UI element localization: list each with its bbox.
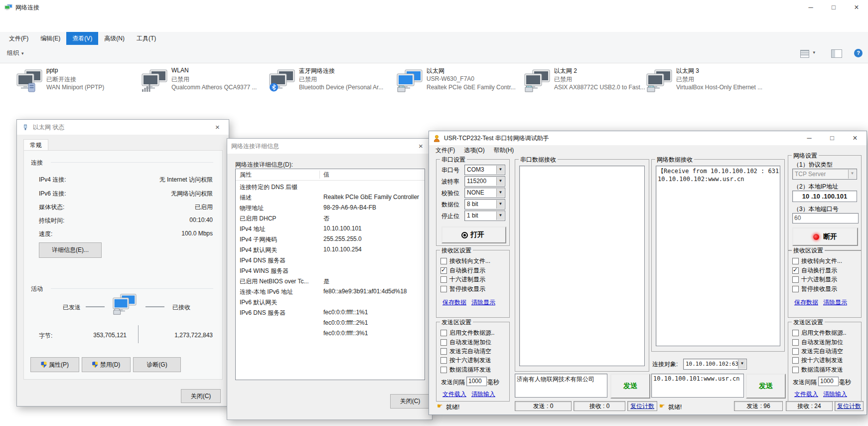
serial-reset-count-link[interactable]: 复位计数	[627, 401, 657, 411]
combo-arrow-icon[interactable]	[496, 212, 504, 220]
checkbox-hex-display[interactable]: 十六进制显示	[792, 276, 837, 283]
disconnect-button[interactable]: 断开	[792, 227, 858, 246]
change-view-button[interactable]	[800, 49, 815, 58]
clear-input-link[interactable]: 清除输入	[823, 390, 847, 399]
checkbox-recv-to-file[interactable]: 接收转向文件...	[440, 257, 490, 264]
checkbox-loop-send[interactable]: 数据流循环发送	[440, 366, 491, 373]
combo-arrow-icon[interactable]	[496, 200, 504, 209]
checkbox-hex-display[interactable]: 十六进制显示	[440, 276, 485, 283]
checkbox[interactable]	[792, 339, 799, 346]
disable-button[interactable]: 禁用(D)	[82, 357, 131, 372]
checkbox-send-hex[interactable]: 按十六进制发送	[440, 357, 491, 364]
checkbox[interactable]	[440, 357, 447, 364]
menu-options[interactable]: 选项(O)	[459, 145, 489, 156]
serial-port-select[interactable]: COM3	[464, 165, 505, 175]
combo-arrow-icon[interactable]	[496, 177, 504, 186]
checkbox-clear-after-send[interactable]: 发送完自动清空	[440, 348, 491, 355]
close-icon[interactable]	[206, 120, 229, 135]
save-data-link[interactable]: 保存数据	[442, 298, 466, 307]
close-button[interactable]	[845, 0, 868, 15]
checkbox-loop-send[interactable]: 数据流循环发送	[792, 366, 843, 373]
properties-button[interactable]: 属性(P)	[30, 357, 79, 372]
minimize-button[interactable]	[798, 131, 821, 145]
checkbox[interactable]	[440, 367, 447, 373]
details-list[interactable]: 属性 值 连接特定的 DNS 后缀 描述Realtek PCIe GbE Fam…	[235, 169, 425, 380]
data-bits-select[interactable]: 8 bit	[464, 199, 505, 210]
checkbox-clear-after-send[interactable]: 发送完自动清空	[792, 348, 843, 355]
preview-pane-button[interactable]	[831, 49, 842, 58]
interval-input[interactable]: 1000	[466, 377, 487, 386]
checkbox[interactable]	[440, 286, 447, 292]
details-button[interactable]: 详细信息(E)...	[39, 242, 102, 258]
checkbox[interactable]	[792, 330, 799, 336]
checkbox[interactable]	[792, 267, 799, 274]
local-ip-input[interactable]: 10 .10 .100.101	[792, 191, 857, 202]
maximize-button[interactable]	[821, 131, 844, 145]
serial-send-button[interactable]: 发送	[610, 374, 650, 399]
net-recv-textarea[interactable]: 【Receive from 10.10.100.102 : 63113】: 10…	[656, 166, 780, 346]
checkbox-pause-recv[interactable]: 暂停接收显示	[440, 285, 485, 292]
checkbox[interactable]	[792, 357, 799, 364]
checkbox[interactable]	[440, 339, 447, 346]
adapter-tile-pptp[interactable]: pptp 已断开连接 WAN Miniport (PPTP)	[16, 66, 140, 99]
interval-input[interactable]: 1000	[818, 377, 839, 386]
help-icon[interactable]	[854, 49, 863, 57]
tab-general[interactable]: 常规	[23, 139, 48, 151]
clear-display-link[interactable]: 清除显示	[823, 298, 847, 307]
menu-view[interactable]: 查看(V)	[66, 32, 98, 45]
menu-edit[interactable]: 编辑(E)	[34, 32, 66, 45]
open-serial-button[interactable]: 打开	[441, 226, 506, 243]
load-file-link[interactable]: 文件载入	[794, 390, 818, 399]
checkbox-auto-append[interactable]: 自动发送附加位	[440, 339, 491, 346]
checkbox[interactable]	[792, 286, 799, 292]
checkbox-pause-recv[interactable]: 暂停接收显示	[792, 285, 837, 292]
checkbox[interactable]	[792, 276, 799, 283]
load-file-link[interactable]: 文件载入	[442, 390, 466, 399]
checkbox-send-hex[interactable]: 按十六进制发送	[792, 357, 843, 364]
serial-send-input[interactable]: 济南有人物联网技术有限公司	[515, 374, 607, 398]
menu-help[interactable]: 帮助(H)	[489, 145, 519, 156]
baud-rate-select[interactable]: 115200	[464, 176, 505, 187]
close-dialog-button[interactable]: 关闭(C)	[181, 389, 221, 403]
checkbox-auto-wrap[interactable]: 自动换行显示	[440, 267, 485, 274]
menu-file[interactable]: 文件(F)	[431, 145, 459, 156]
checkbox[interactable]	[792, 367, 799, 373]
clear-display-link[interactable]: 清除显示	[471, 298, 495, 307]
close-dialog-button[interactable]: 关闭(C)	[390, 394, 430, 409]
combo-arrow-icon[interactable]	[496, 189, 504, 197]
checkbox-recv-to-file[interactable]: 接收转向文件...	[792, 257, 842, 264]
menu-advanced[interactable]: 高级(N)	[98, 32, 131, 45]
stop-bits-select[interactable]: 1 bit	[464, 211, 505, 221]
checkbox[interactable]	[440, 276, 447, 283]
checkbox[interactable]	[440, 348, 447, 355]
adapter-tile-wlan[interactable]: WLAN 已禁用 Qualcomm Atheros QCA9377 ...	[142, 66, 265, 99]
local-port-input[interactable]: 60	[792, 213, 859, 223]
parity-select[interactable]: NONE	[464, 188, 505, 198]
checkbox[interactable]	[440, 267, 447, 274]
maximize-button[interactable]	[822, 0, 845, 15]
net-send-input[interactable]: 10.10.100.101:www.usr.cn	[651, 374, 744, 398]
net-send-button[interactable]: 发送	[746, 374, 786, 399]
minimize-button[interactable]	[799, 0, 822, 15]
serial-recv-textarea[interactable]	[519, 166, 645, 366]
adapter-tile-ethernet2[interactable]: 以太网 2 已禁用 ASIX AX88772C USB2.0 to Fast..…	[524, 66, 648, 99]
diagnose-button[interactable]: 诊断(G)	[133, 357, 181, 372]
save-data-link[interactable]: 保存数据	[794, 298, 818, 307]
menu-file[interactable]: 文件(F)	[3, 32, 34, 45]
checkbox-file-source[interactable]: 启用文件数据源..	[792, 329, 847, 336]
menu-tools[interactable]: 工具(T)	[131, 32, 162, 45]
connect-target-select[interactable]: 10.10.100.102:6311	[683, 359, 747, 370]
checkbox[interactable]	[440, 258, 447, 264]
organize-button[interactable]: 组织	[7, 49, 24, 57]
adapter-tile-ethernet3[interactable]: 以太网 3 已禁用 VirtualBox Host-Only Ethernet …	[646, 66, 770, 99]
combo-arrow-icon[interactable]	[738, 360, 746, 369]
close-button[interactable]	[844, 131, 867, 145]
combo-arrow-icon[interactable]	[496, 166, 504, 174]
checkbox-auto-wrap[interactable]: 自动换行显示	[792, 267, 837, 274]
adapter-tile-bluetooth[interactable]: 蓝牙网络连接 已禁用 Bluetooth Device (Personal Ar…	[269, 66, 393, 99]
checkbox-file-source[interactable]: 启用文件数据源..	[440, 329, 495, 336]
checkbox[interactable]	[440, 330, 447, 336]
adapter-tile-ethernet[interactable]: 以太网 USR-W630_F7A0 Realtek PCIe GbE Famil…	[397, 66, 520, 99]
net-reset-count-link[interactable]: 复位计数	[835, 401, 864, 411]
clear-input-link[interactable]: 清除输入	[471, 390, 495, 399]
